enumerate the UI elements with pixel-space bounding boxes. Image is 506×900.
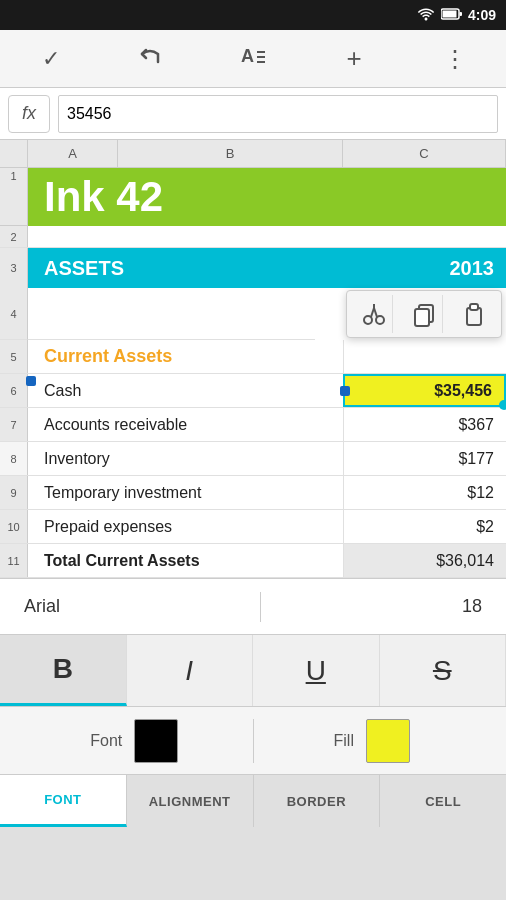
inventory-label: Inventory: [28, 442, 343, 475]
undo-button[interactable]: [130, 37, 174, 81]
font-size-value: 18: [462, 596, 482, 617]
row-num-2: 2: [0, 226, 28, 247]
font-color-label: Font: [90, 732, 122, 750]
accounts-receivable-value: $367: [343, 408, 506, 441]
assets-year: 2013: [343, 248, 506, 288]
current-assets-value: [343, 340, 506, 373]
row-empty-2[interactable]: 2: [0, 226, 506, 248]
row-num-8: 8: [0, 442, 28, 475]
svg-point-8: [376, 316, 384, 324]
add-icon: +: [347, 43, 362, 74]
font-color-picker: Font: [16, 719, 254, 763]
row-current-assets[interactable]: 5 Current Assets: [0, 340, 506, 374]
row-num-1: 1: [0, 168, 28, 226]
italic-button[interactable]: I: [127, 635, 254, 706]
row-accounts-receivable[interactable]: 7 Accounts receivable $367: [0, 408, 506, 442]
fill-color-swatch[interactable]: [366, 719, 410, 763]
fill-color-picker: Fill: [254, 719, 491, 763]
svg-rect-2: [459, 12, 462, 16]
color-pickers-row: Font Fill: [0, 707, 506, 775]
col-header-c[interactable]: C: [343, 140, 506, 167]
underline-button[interactable]: U: [253, 635, 380, 706]
svg-rect-1: [442, 11, 456, 18]
formula-input[interactable]: [58, 95, 498, 133]
total-current-assets-label: Total Current Assets: [28, 544, 343, 577]
fx-button[interactable]: fx: [8, 95, 50, 133]
font-name: Arial: [24, 596, 60, 617]
row-num-7: 7: [0, 408, 28, 441]
row-num-9: 9: [0, 476, 28, 509]
paste-button[interactable]: [455, 295, 493, 333]
row-total-current-assets[interactable]: 11 Total Current Assets $36,014: [0, 544, 506, 578]
bottom-panel: Arial 18 B I U S Font Fill FONT: [0, 578, 506, 827]
svg-rect-15: [470, 304, 478, 310]
text-format-button[interactable]: A: [231, 37, 275, 81]
prepaid-expenses-label: Prepaid expenses: [28, 510, 343, 543]
row-assets[interactable]: 3 ASSETS 2013: [0, 248, 506, 288]
row-temporary-investment[interactable]: 9 Temporary investment $12: [0, 476, 506, 510]
col-header-b[interactable]: B: [118, 140, 343, 167]
context-menu-popup: [346, 290, 502, 338]
bottom-tabs: FONT ALIGNMENT BORDER CELL: [0, 775, 506, 827]
row-num-header: [0, 140, 28, 167]
undo-icon: [138, 44, 166, 74]
row-num-10: 10: [0, 510, 28, 543]
row-num-3: 3: [0, 248, 28, 288]
text-format-icon: A: [239, 44, 267, 74]
inventory-value: $177: [343, 442, 506, 475]
status-icons: 4:09: [416, 7, 496, 24]
column-headers: A B C: [0, 140, 506, 168]
wifi-icon: [416, 7, 436, 24]
copy-button[interactable]: [405, 295, 443, 333]
tab-font[interactable]: FONT: [0, 775, 127, 827]
total-current-assets-value: $36,014: [343, 544, 506, 577]
row-num-4: 4: [0, 288, 28, 340]
strikethrough-button[interactable]: S: [380, 635, 507, 706]
check-icon: ✓: [42, 46, 60, 72]
accounts-receivable-label: Accounts receivable: [28, 408, 343, 441]
row-cash[interactable]: 6 Cash $35,456: [0, 374, 506, 408]
svg-text:A: A: [241, 46, 254, 66]
check-button[interactable]: ✓: [29, 37, 73, 81]
row-num-5: 5: [0, 340, 28, 373]
font-color-swatch[interactable]: [134, 719, 178, 763]
formula-bar: fx: [0, 88, 506, 140]
more-options-button[interactable]: ⋮: [433, 37, 477, 81]
current-assets-label: Current Assets: [28, 340, 343, 373]
row-ink42[interactable]: 1 Ink 42: [0, 168, 506, 226]
format-buttons-row: B I U S: [0, 635, 506, 707]
tab-border[interactable]: BORDER: [254, 775, 381, 827]
svg-line-10: [374, 308, 377, 317]
context-spacer: [28, 288, 315, 340]
toolbar: ✓ A + ⋮: [0, 30, 506, 88]
ink42-cell[interactable]: Ink 42: [28, 168, 506, 226]
font-size-row: Arial 18: [0, 579, 506, 635]
status-bar: 4:09: [0, 0, 506, 30]
fx-label: fx: [22, 103, 36, 124]
prepaid-expenses-value: $2: [343, 510, 506, 543]
empty-cells: [28, 226, 506, 247]
fill-color-label: Fill: [334, 732, 354, 750]
cash-value[interactable]: $35,456: [343, 374, 506, 407]
tab-alignment[interactable]: ALIGNMENT: [127, 775, 254, 827]
bold-button[interactable]: B: [0, 635, 127, 706]
col-header-a[interactable]: A: [28, 140, 118, 167]
font-size-divider: [260, 592, 261, 622]
row-inventory[interactable]: 8 Inventory $177: [0, 442, 506, 476]
ink42-text: Ink 42: [44, 176, 163, 218]
row-prepaid-expenses[interactable]: 10 Prepaid expenses $2: [0, 510, 506, 544]
more-icon: ⋮: [443, 45, 467, 73]
cut-button[interactable]: [355, 295, 393, 333]
spreadsheet: A B C 1 Ink 42 2 3 ASSETS 2013: [0, 140, 506, 578]
assets-label: ASSETS: [28, 248, 343, 288]
tab-cell[interactable]: CELL: [380, 775, 506, 827]
time-display: 4:09: [468, 7, 496, 23]
cash-label: Cash: [28, 374, 343, 407]
svg-rect-13: [415, 309, 429, 326]
temporary-investment-value: $12: [343, 476, 506, 509]
row-num-6: 6: [0, 374, 28, 407]
row-context-menu: 4: [0, 288, 506, 340]
add-button[interactable]: +: [332, 37, 376, 81]
svg-point-7: [364, 316, 372, 324]
row-num-11: 11: [0, 544, 28, 577]
